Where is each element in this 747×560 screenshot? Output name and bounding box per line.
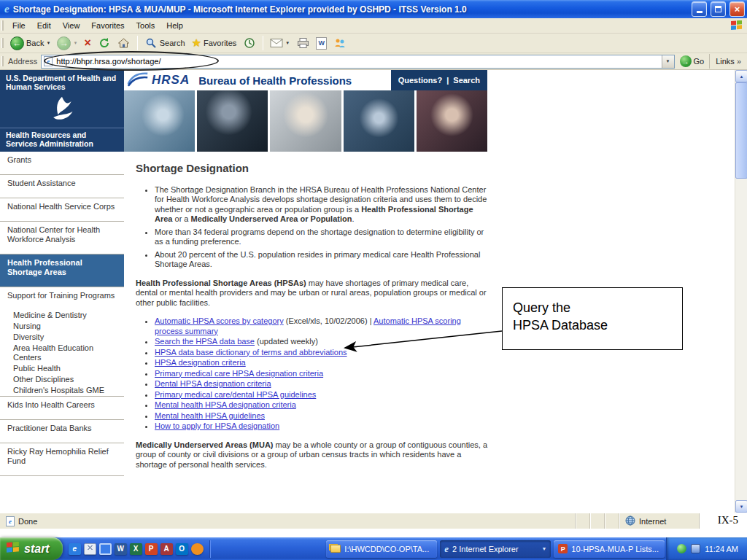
link-dental-hpsa-criteria[interactable]: Dental HPSA designation criteria [155,379,271,388]
sidebar-item-workforce-analysis[interactable]: National Center for Health Workforce Ana… [0,221,124,254]
page-scrollbar[interactable]: ▲ ▼ [735,70,747,513]
print-button[interactable] [293,35,312,51]
link-hpsa-designation-criteria[interactable]: HPSA designation criteria [155,358,246,367]
history-button[interactable] [240,35,259,51]
forward-button[interactable]: → ▼ [54,35,80,52]
slide-background-gap [0,529,747,537]
sidebar-item-medicine-dentistry[interactable]: Medicine & Dentistry [0,310,124,321]
back-dropdown-icon[interactable]: ▼ [46,41,50,45]
address-url: http://bhpr.hrsa.gov/shortage/ [56,57,657,66]
media-player-icon[interactable] [191,543,204,555]
access-icon[interactable]: A [160,543,173,555]
link-search-hpsa-database[interactable]: Search the HPSA data base [155,337,255,346]
group-dropdown-icon[interactable]: ▼ [541,546,546,551]
menu-favorites[interactable]: Favorites [85,19,130,32]
start-button[interactable]: start [0,537,63,560]
back-button[interactable]: ← Back ▼ [7,35,53,52]
minimize-button[interactable] [692,1,707,17]
powerpoint-icon[interactable]: P [145,543,158,555]
print-icon [296,36,309,50]
home-button[interactable] [115,35,133,51]
tray-icon[interactable] [691,544,700,553]
sidebar-item-grants[interactable]: Grants [0,152,124,174]
banner-photo-strip [124,90,487,152]
system-tray: 11:24 AM [666,537,747,560]
word-icon[interactable]: W [115,543,127,555]
sidebar-item-other-disciplines[interactable]: Other Disciplines [0,374,124,385]
list-item: Primary medical care HPSA designation cr… [155,369,489,379]
menu-help[interactable]: Help [160,19,189,32]
start-label: start [24,542,50,556]
clock[interactable]: 11:24 AM [705,545,738,553]
globe-icon [625,516,635,527]
menu-edit[interactable]: Edit [31,19,57,32]
address-dropdown-button[interactable]: ▼ [662,55,674,68]
link-how-to-apply-hpsa[interactable]: How to apply for HPSA designation [155,421,279,430]
header-search-link[interactable]: Search [453,76,480,85]
go-icon: → [680,55,692,67]
sidebar-item-nhsc[interactable]: National Health Service Corps [0,198,124,221]
questions-link[interactable]: Questions? [398,76,443,85]
home-icon [117,36,131,50]
hrsa-logo-text: HRSA [152,73,190,88]
menu-file[interactable]: File [7,19,31,32]
sidebar-item-nursing[interactable]: Nursing [0,321,124,332]
forward-dropdown-icon[interactable]: ▼ [73,41,77,45]
toolbar-grip[interactable] [1,38,4,48]
status-text: Done [18,517,37,526]
internet-explorer-icon[interactable]: e [69,543,81,555]
toolbar-grip[interactable] [1,56,4,66]
tray-icon[interactable] [677,544,686,553]
link-mental-health-hpsa-guidelines[interactable]: Mental health HPSA guidelines [155,411,265,420]
sidebar-item-kids-health-careers[interactable]: Kids Into Health Careers [0,396,124,419]
back-label: Back [26,39,44,47]
taskbar-divider [209,540,211,558]
sidebar-item-childrens-gme[interactable]: Children's Hospitals GME [0,385,124,396]
sidebar-item-diversity[interactable]: Diversity [0,332,124,343]
menu-tools[interactable]: Tools [131,19,161,32]
scroll-up-button[interactable]: ▲ [735,70,747,82]
bullet-item: About 20 percent of the U.S. population … [155,250,489,270]
taskbar-button-folder[interactable]: I:\HWCDD\CO-OP\TA... [326,540,437,558]
sidebar-item-ahec[interactable]: Area Health Education Centers [0,343,124,363]
favorites-button[interactable]: ★ Favorites [189,35,240,51]
links-button[interactable]: Links » [709,54,743,69]
taskbar-button-internet-explorer-group[interactable]: e 2 Internet Explorer ▼ [440,540,551,558]
address-input[interactable]: e http://bhpr.hrsa.gov/shortage/ ▼ [41,55,674,69]
go-button[interactable]: → Go [680,55,705,67]
link-primary-dental-hpsa-guidelines[interactable]: Primary medical care/dental HPSA guideli… [155,390,316,399]
messenger-button[interactable] [330,35,349,51]
mail-icon[interactable] [84,543,96,555]
scroll-down-button[interactable]: ▼ [735,500,747,513]
scrollbar-thumb[interactable] [735,82,747,179]
sidebar-item-practitioner-data-banks[interactable]: Practitioner Data Banks [0,419,124,443]
link-hpsa-dictionary[interactable]: HPSA data base dictionary of terms and a… [155,348,347,357]
stop-button[interactable]: × [81,36,93,50]
link-automatic-hpsa-scores[interactable]: Automatic HPSA scores by category [155,316,284,325]
search-button[interactable]: Search [142,35,188,51]
taskbar-button-hpsa-lists[interactable]: P 10-HPSA-MUA-P Lists... [554,540,665,558]
list-item: Mental health HPSA designation criteria [155,400,489,411]
refresh-icon [98,36,111,50]
refresh-button[interactable] [95,35,114,51]
sidebar-item-hpsa[interactable]: Health Professional Shortage Areas [0,254,124,287]
stop-icon: × [84,37,90,49]
toolbar-grip[interactable] [1,20,4,31]
show-desktop-icon[interactable] [99,543,112,555]
sidebar-item-training-programs[interactable]: Support for Training Programs [0,287,124,310]
mail-button[interactable]: ▼ [267,35,293,51]
sidebar-item-ricky-ray[interactable]: Ricky Ray Hemophilia Relief Fund [0,443,124,475]
menu-view[interactable]: View [57,19,86,32]
link-mental-health-hpsa-criteria[interactable]: Mental health HPSA designation criteria [155,400,296,409]
link-primary-care-hpsa-criteria[interactable]: Primary medical care HPSA designation cr… [155,369,323,378]
maximize-button[interactable] [711,1,726,17]
sidebar-item-public-health[interactable]: Public Health [0,363,124,374]
sidebar-item-student-assistance[interactable]: Student Assistance [0,174,124,198]
excel-icon[interactable]: X [130,543,142,555]
edit-button[interactable]: W [313,36,330,51]
sidebar-nav: Grants Student Assistance National Healt… [0,152,124,513]
outlook-icon[interactable]: O [176,543,188,555]
banner-photo [124,90,195,152]
close-button[interactable]: × [729,1,745,17]
mail-dropdown-icon[interactable]: ▼ [285,41,290,45]
